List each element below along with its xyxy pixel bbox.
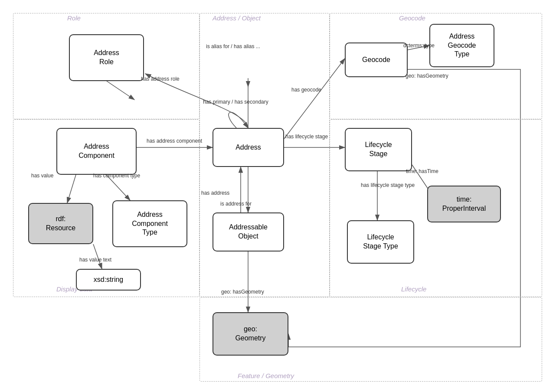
entity-time-proper-interval: time: ProperInterval [427, 186, 501, 222]
region-geocode-label: Geocode [399, 14, 425, 22]
entity-rdf-resource: rdf: Resource [28, 203, 93, 244]
arrow-label-has-address: has address [201, 190, 229, 197]
diagram-container: Role Display data Address / Object Geoco… [0, 0, 556, 392]
entity-geo-geometry-label: geo: Geometry [235, 325, 265, 343]
arrow-label-has-lifecycle-stage-type: has lifecycle stage type [361, 182, 415, 189]
arrow-label-has-value: has value [31, 173, 53, 180]
entity-address-component-label: Address Component [78, 142, 114, 160]
entity-address-geocode-type: Address Geocode Type [429, 24, 494, 67]
arrow-label-has-component-type: has component type [93, 173, 140, 180]
entity-addressable-object-label: Addressable Object [229, 223, 268, 241]
arrow-label-has-value-text: has value text [79, 257, 111, 264]
entity-geocode: Geocode [345, 42, 408, 77]
arrow-label-has-primary: has primary / has secondary [203, 99, 268, 106]
entity-geocode-label: Geocode [362, 56, 390, 65]
region-feature-label: Feature / Geometry [238, 372, 294, 379]
arrow-label-has-address-role: has address role [141, 76, 180, 83]
entity-address-component-type-label: Address Component Type [132, 210, 168, 237]
arrow-label-has-address-component: has address component [147, 138, 202, 145]
entity-lifecycle-stage-type: Lifecycle Stage Type [347, 220, 414, 264]
arrow-label-is-alias-for: is alias for / has alias ... [206, 43, 260, 50]
entity-address-component: Address Component [56, 128, 137, 175]
entity-lifecycle-stage-label: Lifecycle Stage [365, 140, 392, 159]
entity-address-role-label: Address Role [94, 49, 119, 67]
arrow-label-geo-hasgeometry-bottom: geo: hasGeometry [221, 289, 264, 296]
entity-address-geocode-type-label: Address Geocode Type [448, 32, 476, 59]
arrow-label-geo-hasgeometry-right: geo: hasGeometry [406, 73, 448, 80]
entity-xsd-string: xsd:string [76, 269, 141, 291]
entity-address-role: Address Role [69, 34, 144, 81]
entity-address-label: Address [235, 143, 261, 152]
entity-rdf-resource-label: rdf: Resource [46, 215, 75, 233]
entity-address: Address [213, 128, 284, 167]
entity-xsd-string-label: xsd:string [94, 275, 123, 284]
entity-lifecycle-stage-type-label: Lifecycle Stage Type [363, 233, 398, 251]
arrow-label-dcterms-type: dcterms: type [403, 42, 435, 49]
region-role-label: Role [67, 14, 81, 22]
arrow-label-time-hastime: time: hasTime [406, 168, 438, 175]
arrow-label-has-lifecycle-stage: has lifecycle stage [285, 134, 328, 140]
entity-lifecycle-stage: Lifecycle Stage [345, 128, 412, 171]
entity-address-component-type: Address Component Type [112, 200, 187, 247]
region-address-object-label: Address / Object [213, 14, 261, 22]
arrow-label-has-geocode: has geocode [291, 87, 321, 94]
region-lifecycle-label: Lifecycle [401, 285, 426, 293]
arrow-label-is-address-for: is address for [220, 201, 252, 208]
entity-time-proper-interval-label: time: ProperInterval [442, 195, 486, 213]
entity-addressable-object: Addressable Object [213, 212, 284, 252]
entity-geo-geometry: geo: Geometry [213, 312, 288, 356]
